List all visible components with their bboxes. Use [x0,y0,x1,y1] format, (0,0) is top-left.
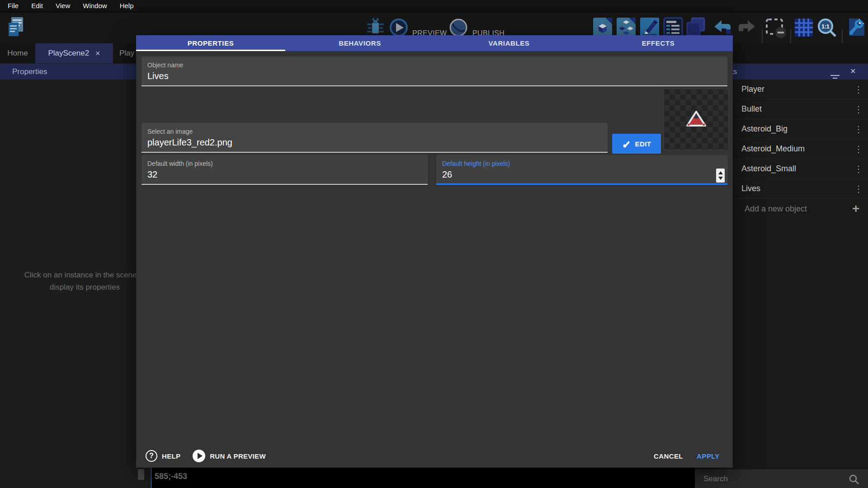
sprite-thumbnail [664,89,729,150]
add-object-label: Add a new object [745,204,807,214]
edit-image-button[interactable]: EDIT [612,134,661,154]
close-panel-icon[interactable]: × [850,66,856,76]
grid-icon[interactable] [794,18,814,38]
project-manager-icon[interactable] [7,16,25,38]
default-width-value: 32 [147,169,157,180]
debugger-icon[interactable] [364,16,386,38]
dialog-tab-variables[interactable]: VARIABLES [434,35,584,51]
tab-playscene2-label: PlayScene2 [48,49,89,58]
menu-bar: File Edit View Window Help [0,0,868,12]
properties-panel-header: Properties [0,64,151,80]
plus-icon: + [852,202,859,215]
stepper-down-icon[interactable] [718,177,723,180]
cursor-coordinates: 585;-453 [155,472,187,481]
menu-file[interactable]: File [3,0,24,12]
default-height-field[interactable]: Default height (in pixels) 26 [436,155,727,185]
zoom-original-icon[interactable]: 1:1 [816,17,837,38]
object-name-field[interactable]: Object name Lives [142,56,727,86]
publish-icon[interactable] [449,18,468,37]
help-label: HELP [162,452,180,460]
object-menu-dots-icon[interactable]: ⋮ [854,85,863,94]
object-label: Asteroid_Big [741,124,788,134]
help-icon: ? [146,450,157,462]
menu-help[interactable]: Help [115,0,139,12]
properties-panel-title: Properties [12,67,47,76]
object-groups-icon[interactable] [616,17,637,38]
object-name-label: Object name [147,61,183,69]
object-label: Player [741,84,764,94]
object-menu-dots-icon[interactable]: ⋮ [854,184,863,193]
play-icon [193,450,205,462]
undo-icon[interactable] [712,18,733,38]
select-image-value: playerLife3_red2.png [147,137,232,148]
redo-icon[interactable] [736,18,757,38]
cancel-button[interactable]: CANCEL [654,452,683,460]
menu-window[interactable]: Window [78,0,112,12]
dialog-tab-properties[interactable]: PROPERTIES [136,35,285,51]
number-stepper[interactable] [716,169,725,183]
default-width-label: Default width (in pixels) [147,160,213,167]
filter-icon[interactable] [830,75,840,80]
brush-icon [622,139,631,148]
object-name-value: Lives [147,71,169,81]
default-width-field[interactable]: Default width (in pixels) 32 [142,155,428,185]
run-preview-label: RUN A PREVIEW [210,452,266,460]
ship-sprite [686,110,707,128]
panel-scrollbar-thumb[interactable] [138,469,144,480]
tab-home[interactable]: Home [0,43,35,63]
edit-button-label: EDIT [635,140,651,148]
object-menu-dots-icon[interactable]: ⋮ [854,125,863,134]
search-input[interactable] [703,472,839,486]
instances-list-icon[interactable] [663,17,684,38]
deselect-icon[interactable] [765,18,787,38]
object-label: Asteroid_Medium [741,144,805,154]
object-properties-dialog: PROPERTIES BEHAVIORS VARIABLES EFFECTS O… [136,35,733,468]
object-menu-dots-icon[interactable]: ⋮ [854,145,863,154]
tools-icon[interactable] [846,17,866,38]
default-height-value: 26 [442,169,452,180]
object-menu-dots-icon[interactable]: ⋮ [854,164,863,174]
tab-play-label: Play [119,49,134,58]
properties-pencil-icon[interactable] [639,17,660,38]
dialog-tab-bar: PROPERTIES BEHAVIORS VARIABLES EFFECTS [136,35,733,51]
object-label: Lives [741,184,760,193]
tab-home-label: Home [7,49,28,58]
select-image-label: Select an image [147,128,193,135]
stepper-up-icon[interactable] [718,171,723,174]
select-image-field[interactable]: Select an image playerLife3_red2.png [142,123,608,153]
run-preview-button[interactable]: RUN A PREVIEW [193,450,266,462]
dialog-tab-effects[interactable]: EFFECTS [584,35,733,51]
properties-panel: Properties Click on an instance in the s… [0,63,151,488]
dialog-tab-behaviors[interactable]: BEHAVIORS [285,35,434,51]
object-menu-dots-icon[interactable]: ⋮ [854,105,863,114]
search-icon [849,474,859,485]
menu-edit[interactable]: Edit [26,0,48,12]
dialog-footer: ? HELP RUN A PREVIEW CANCEL APPLY [136,444,733,468]
menu-view[interactable]: View [51,0,75,12]
tab-playscene2[interactable]: PlayScene2 × [35,43,113,63]
help-button[interactable]: ? HELP [146,450,180,462]
default-height-label: Default height (in pixels) [442,160,510,167]
preview-icon[interactable] [389,18,408,37]
object-label: Bullet [741,104,762,114]
layers-icon[interactable] [684,17,706,38]
object-label: Asteroid_Small [741,164,796,174]
apply-button[interactable]: APPLY [697,452,720,460]
objects-editor-icon[interactable] [592,17,613,38]
svg-text:1:1: 1:1 [821,23,830,30]
objects-search-bar [695,469,868,488]
close-tab-icon[interactable]: × [95,49,100,58]
